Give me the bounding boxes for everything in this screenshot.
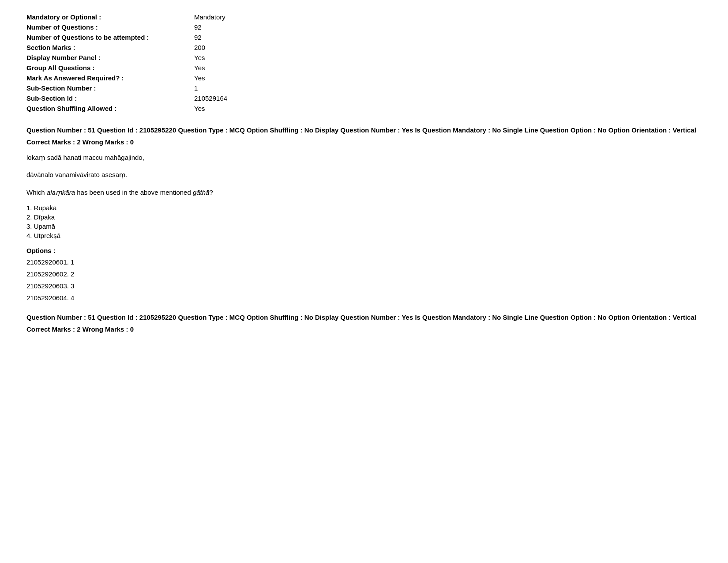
section-marks-row: Section Marks : 200 <box>26 44 702 51</box>
option-ids: 21052920601. 1 21052920602. 2 2105292060… <box>26 256 702 304</box>
group-all-questions-value: Yes <box>194 64 205 72</box>
question2-meta: Question Number : 51 Question Id : 21052… <box>26 313 702 323</box>
sub-section-id-value: 210529164 <box>194 94 227 102</box>
display-number-panel-row: Display Number Panel : Yes <box>26 54 702 61</box>
question1-text-line3: Which alaṃkāra has been used in the abov… <box>26 187 702 198</box>
question1-body: lokaṃ sadā hanati maccu mahāgajindo, dāv… <box>26 152 702 304</box>
option-id-1: 21052920601. 1 <box>26 256 702 268</box>
question1-options-list: 1. Rūpaka 2. Dīpaka 3. Upamā 4. Utprekṣā <box>26 204 702 240</box>
question-shuffling-value: Yes <box>194 105 205 112</box>
text-used: has been used in the above mentioned <box>75 189 193 196</box>
display-number-panel-value: Yes <box>194 54 205 61</box>
option-3: 3. Upamā <box>26 223 702 230</box>
section-marks-value: 200 <box>194 44 205 51</box>
text-end: ? <box>209 189 213 196</box>
question-shuffling-row: Question Shuffling Allowed : Yes <box>26 105 702 112</box>
text-gatha: gāthā <box>193 189 210 196</box>
mark-as-answered-label: Mark As Answered Required? : <box>26 74 194 82</box>
section-info: Mandatory or Optional : Mandatory Number… <box>26 13 702 112</box>
question-block-1: Question Number : 51 Question Id : 21052… <box>26 125 702 304</box>
num-to-attempt-label: Number of Questions to be attempted : <box>26 34 194 41</box>
mark-as-answered-row: Mark As Answered Required? : Yes <box>26 74 702 82</box>
sub-section-id-label: Sub-Section Id : <box>26 94 194 102</box>
question1-text-line1: lokaṃ sadā hanati maccu mahāgajindo, <box>26 152 702 163</box>
option-4: 4. Utprekṣā <box>26 232 702 240</box>
num-questions-value: 92 <box>194 23 202 31</box>
num-to-attempt-row: Number of Questions to be attempted : 92 <box>26 34 702 41</box>
question1-text-line2: dāvānalo vanamivāvirato asesaṃ. <box>26 169 702 181</box>
num-questions-row: Number of Questions : 92 <box>26 23 702 31</box>
option-2: 2. Dīpaka <box>26 213 702 221</box>
question-shuffling-label: Question Shuffling Allowed : <box>26 105 194 112</box>
question-block-2: Question Number : 51 Question Id : 21052… <box>26 313 702 333</box>
mandatory-row: Mandatory or Optional : Mandatory <box>26 13 702 21</box>
display-number-panel-label: Display Number Panel : <box>26 54 194 61</box>
text-which: Which <box>26 189 47 196</box>
question2-marks: Correct Marks : 2 Wrong Marks : 0 <box>26 325 702 333</box>
option-id-2: 21052920602. 2 <box>26 268 702 280</box>
sub-section-number-label: Sub-Section Number : <box>26 84 194 92</box>
option-id-3: 21052920603. 3 <box>26 280 702 292</box>
group-all-questions-row: Group All Questions : Yes <box>26 64 702 72</box>
question1-marks: Correct Marks : 2 Wrong Marks : 0 <box>26 138 702 146</box>
sub-section-id-row: Sub-Section Id : 210529164 <box>26 94 702 102</box>
text-alankara: alaṃkāra <box>47 189 75 196</box>
section-marks-label: Section Marks : <box>26 44 194 51</box>
sub-section-number-value: 1 <box>194 84 198 92</box>
group-all-questions-label: Group All Questions : <box>26 64 194 72</box>
option-id-4: 21052920604. 4 <box>26 292 702 304</box>
mandatory-label: Mandatory or Optional : <box>26 13 194 21</box>
sub-section-number-row: Sub-Section Number : 1 <box>26 84 702 92</box>
question1-meta: Question Number : 51 Question Id : 21052… <box>26 125 702 136</box>
num-to-attempt-value: 92 <box>194 34 202 41</box>
num-questions-label: Number of Questions : <box>26 23 194 31</box>
mark-as-answered-value: Yes <box>194 74 205 82</box>
mandatory-value: Mandatory <box>194 13 225 21</box>
options-label: Options : <box>26 247 702 254</box>
option-1: 1. Rūpaka <box>26 204 702 212</box>
